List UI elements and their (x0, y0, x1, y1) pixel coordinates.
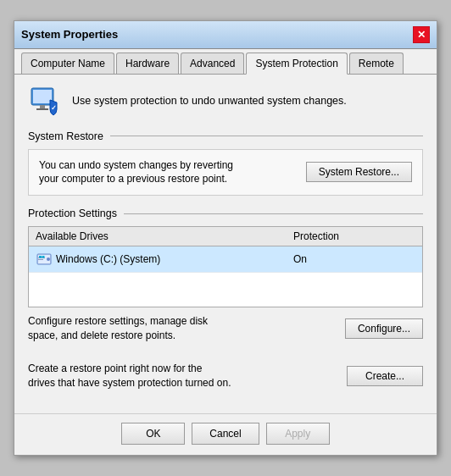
apply-button[interactable]: Apply (266, 423, 330, 445)
table-header: Available Drives Protection (29, 227, 422, 246)
close-button[interactable]: ✕ (413, 26, 430, 43)
svg-rect-10 (39, 256, 42, 258)
system-properties-window: System Properties ✕ Computer Name Hardwa… (14, 20, 437, 457)
svg-rect-9 (38, 259, 43, 260)
svg-text:✓: ✓ (51, 104, 57, 112)
table-row[interactable]: Windows (C:) (System) On (29, 246, 422, 273)
protection-settings-title: Protection Settings (28, 208, 124, 219)
window-title: System Properties (21, 28, 118, 41)
system-restore-title: System Restore (28, 130, 110, 142)
tab-system-protection[interactable]: System Protection (246, 53, 347, 75)
section-divider-2 (124, 213, 423, 214)
configure-button[interactable]: Configure... (345, 318, 423, 339)
tab-bar: Computer Name Hardware Advanced System P… (14, 49, 437, 75)
svg-point-7 (47, 257, 50, 261)
ok-button[interactable]: OK (121, 423, 185, 445)
configure-description: Configure restore settings, manage disk … (28, 314, 231, 343)
tab-computer-name[interactable]: Computer Name (21, 53, 114, 74)
system-restore-button[interactable]: System Restore... (306, 162, 412, 182)
content-area: ✓ Use system protection to undo unwanted… (14, 75, 437, 414)
cancel-button[interactable]: Cancel (192, 423, 259, 445)
svg-rect-2 (40, 105, 45, 108)
column-protection: Protection (287, 227, 422, 246)
drives-table: Available Drives Protection (28, 226, 423, 307)
protection-settings-header: Protection Settings (28, 208, 423, 219)
column-drives: Available Drives (29, 227, 287, 246)
table-empty-space (29, 273, 422, 307)
section-divider (110, 136, 423, 136)
system-restore-description: You can undo system changes by reverting… (39, 158, 242, 187)
drive-name: Windows (C:) (System) (56, 253, 160, 265)
tab-hardware[interactable]: Hardware (116, 53, 179, 74)
protection-status-cell: On (287, 246, 422, 272)
create-button[interactable]: Create... (347, 366, 423, 386)
system-protection-icon: ✓ (28, 85, 62, 119)
info-description: Use system protection to undo unwanted s… (72, 94, 347, 109)
configure-row: Configure restore settings, manage disk … (28, 309, 423, 348)
create-description: Create a restore point right now for the… (28, 362, 231, 390)
drive-name-cell: Windows (C:) (System) (29, 246, 287, 272)
svg-rect-11 (42, 256, 45, 258)
system-restore-header: System Restore (28, 130, 423, 142)
title-bar: System Properties ✕ (14, 21, 437, 49)
svg-rect-1 (33, 90, 52, 103)
drive-icon (36, 251, 53, 268)
svg-rect-3 (36, 108, 48, 110)
tab-remote[interactable]: Remote (349, 53, 404, 74)
tab-advanced[interactable]: Advanced (181, 53, 244, 74)
info-row: ✓ Use system protection to undo unwanted… (28, 85, 423, 119)
create-row: Create a restore point right now for the… (28, 357, 423, 396)
system-restore-box: You can undo system changes by reverting… (28, 149, 423, 196)
footer: OK Cancel Apply (14, 413, 437, 455)
